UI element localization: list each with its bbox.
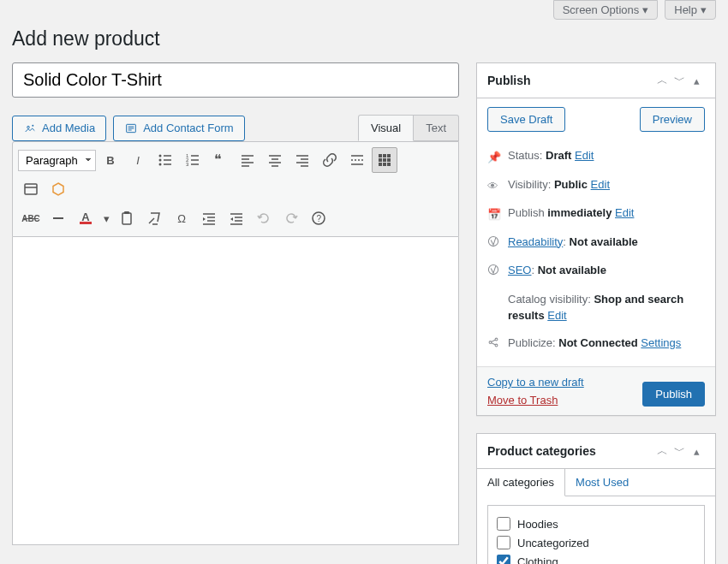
category-item[interactable]: Clothing <box>497 552 695 564</box>
svg-rect-37 <box>379 158 382 162</box>
svg-rect-36 <box>387 154 391 157</box>
edit-date-link[interactable]: Edit <box>615 206 634 219</box>
special-character-button[interactable]: Ω <box>169 205 194 231</box>
svg-rect-42 <box>387 163 391 166</box>
publish-button[interactable]: Publish <box>642 382 705 407</box>
redo-button[interactable] <box>278 205 304 231</box>
svg-rect-39 <box>387 158 391 162</box>
svg-rect-41 <box>383 163 386 166</box>
product-title-input[interactable] <box>12 62 459 98</box>
move-up-icon[interactable]: ︿ <box>653 72 671 89</box>
copy-to-draft-link[interactable]: Copy to a new draft <box>487 376 584 389</box>
categories-heading: Product categories <box>487 444 653 458</box>
edit-catalog-link[interactable]: Edit <box>547 309 566 322</box>
svg-marker-59 <box>230 217 233 221</box>
tab-all-categories[interactable]: All categories <box>477 469 565 496</box>
chevron-down-icon: ▾ <box>642 3 648 16</box>
yoast-icon <box>487 235 501 252</box>
publish-heading: Publish <box>487 74 653 87</box>
edit-status-link[interactable]: Edit <box>575 149 594 162</box>
add-contact-form-button[interactable]: Add Contact Form <box>113 116 245 141</box>
tab-text[interactable]: Text <box>414 115 459 141</box>
category-item[interactable]: Uncategorized <box>497 533 695 552</box>
svg-point-7 <box>159 159 162 162</box>
move-down-icon[interactable]: ﹀ <box>671 442 688 460</box>
seo-link[interactable]: SEO <box>508 264 531 276</box>
horizontal-rule-button[interactable] <box>45 205 71 231</box>
eye-icon: 👁 <box>487 178 501 195</box>
svg-point-0 <box>27 126 30 128</box>
toolbar-toggle-button[interactable] <box>372 147 397 173</box>
tab-most-used[interactable]: Most Used <box>565 469 639 496</box>
svg-rect-47 <box>122 213 131 224</box>
move-down-icon[interactable]: ﹀ <box>671 72 688 89</box>
card-block-button[interactable] <box>18 176 44 202</box>
share-icon <box>487 336 501 353</box>
editor-content[interactable] <box>12 237 459 545</box>
page-title: Add new product <box>12 20 716 54</box>
svg-point-1 <box>32 124 33 126</box>
form-icon <box>124 122 138 135</box>
category-checkbox[interactable] <box>497 536 510 549</box>
bullet-list-button[interactable] <box>152 147 178 173</box>
calendar-icon: 📅 <box>487 206 501 223</box>
outdent-button[interactable] <box>196 205 222 231</box>
svg-line-68 <box>492 342 495 344</box>
svg-text:?: ? <box>317 214 322 223</box>
screen-options-button[interactable]: Screen Options ▾ <box>553 0 659 20</box>
save-draft-button[interactable]: Save Draft <box>487 107 565 132</box>
chevron-down-icon: ▾ <box>701 3 707 16</box>
publicize-settings-link[interactable]: Settings <box>641 336 681 349</box>
undo-button[interactable] <box>251 205 277 231</box>
align-right-button[interactable] <box>289 147 315 173</box>
add-media-button[interactable]: Add Media <box>12 116 106 141</box>
svg-rect-38 <box>383 158 386 162</box>
bold-button[interactable]: B <box>98 147 123 173</box>
format-select[interactable]: Paragraph <box>18 150 96 171</box>
category-checkbox[interactable] <box>497 517 510 531</box>
text-color-button[interactable]: A <box>73 205 98 231</box>
italic-button[interactable]: I <box>125 147 151 173</box>
svg-rect-40 <box>379 163 382 166</box>
clear-formatting-button[interactable] <box>141 205 167 231</box>
svg-line-49 <box>149 218 154 223</box>
read-more-button[interactable] <box>344 147 370 173</box>
publish-box: Publish ︿ ﹀ ▴ Save Draft Preview 📌 Statu… <box>476 62 716 416</box>
text-color-dropdown[interactable]: ▾ <box>100 205 112 231</box>
paste-text-button[interactable] <box>114 205 140 231</box>
help-button[interactable]: Help ▾ <box>665 0 716 20</box>
link-button[interactable] <box>317 147 343 173</box>
move-up-icon[interactable]: ︿ <box>653 442 671 460</box>
tab-visual[interactable]: Visual <box>358 115 414 141</box>
blockquote-button[interactable]: ❝ <box>207 147 233 173</box>
preview-button[interactable]: Preview <box>640 107 705 132</box>
categories-box: Product categories ︿ ﹀ ▴ All categories … <box>476 433 716 564</box>
move-to-trash-link[interactable]: Move to Trash <box>487 394 584 407</box>
category-label: Clothing <box>517 555 558 565</box>
svg-point-8 <box>159 163 162 166</box>
svg-marker-54 <box>203 217 206 221</box>
readability-link[interactable]: Readability <box>508 235 563 248</box>
svg-rect-48 <box>124 211 129 214</box>
hex-block-button[interactable] <box>45 176 71 202</box>
svg-point-65 <box>495 338 498 341</box>
category-label: Uncategorized <box>517 537 589 549</box>
category-checkbox[interactable] <box>497 555 510 564</box>
pin-icon: 📌 <box>487 149 501 166</box>
align-left-button[interactable] <box>235 147 260 173</box>
toggle-panel-icon[interactable]: ▴ <box>688 72 705 89</box>
svg-line-67 <box>492 340 495 341</box>
align-center-button[interactable] <box>262 147 288 173</box>
svg-rect-43 <box>25 184 37 194</box>
toggle-panel-icon[interactable]: ▴ <box>688 442 705 460</box>
strikethrough-button[interactable]: ABC <box>18 205 44 231</box>
media-icon <box>23 122 37 135</box>
svg-point-64 <box>489 341 492 343</box>
help-icon-button[interactable]: ? <box>306 205 331 231</box>
svg-marker-45 <box>53 183 63 195</box>
indent-button[interactable] <box>224 205 249 231</box>
numbered-list-button[interactable]: 123 <box>180 147 206 173</box>
edit-visibility-link[interactable]: Edit <box>591 178 610 191</box>
svg-point-66 <box>495 344 498 347</box>
category-item[interactable]: Hoodies <box>497 514 695 533</box>
